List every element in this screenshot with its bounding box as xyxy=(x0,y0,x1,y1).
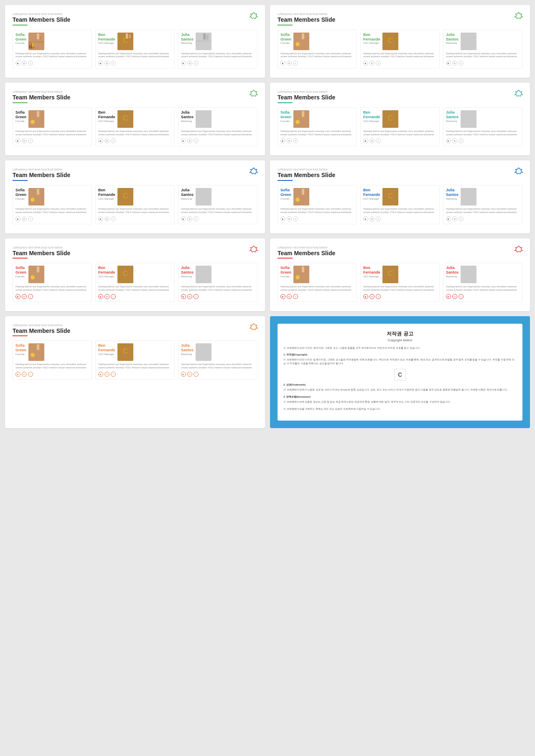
slide-underline-1 xyxy=(13,25,28,25)
slide-icon-8 xyxy=(514,245,523,254)
svg-point-37 xyxy=(31,198,35,202)
social-tw-2[interactable]: t xyxy=(111,61,116,66)
svg-rect-3 xyxy=(40,36,41,39)
social-tw-1[interactable]: t xyxy=(28,61,33,66)
svg-rect-18 xyxy=(302,33,304,39)
slide-icon-6 xyxy=(514,167,523,176)
svg-point-31 xyxy=(296,120,300,124)
svg-rect-46 xyxy=(461,188,476,205)
slide-card-3: Letterpress next level trust fund before… xyxy=(5,83,265,155)
copyright-inner: 저작권 공고 Copyright Notice 이 프레젠테이션의 디자인, 레… xyxy=(278,324,522,421)
svg-text:C: C xyxy=(122,347,128,355)
copyright-s3-text: 이 프레젠테이션에 포함된 정보는 교육 및 정보 제공 목적으로만 제공되며 … xyxy=(283,400,517,404)
copyright-body-1: 이 프레젠테이션의 디자인, 레이아웃, 그래픽 요소, 사용된 글꼴들 모두 … xyxy=(283,346,517,350)
copyright-logo: C xyxy=(394,369,406,381)
social-link-2[interactable]: in xyxy=(104,61,110,66)
svg-rect-48 xyxy=(37,266,39,272)
slide-title-2: Team Members Slide xyxy=(278,16,522,23)
social-play-2[interactable]: ▶ xyxy=(98,61,103,66)
slide-title-1: Team Members Slide xyxy=(13,16,257,23)
svg-rect-60 xyxy=(37,344,39,350)
social-tw-3[interactable]: t xyxy=(194,61,199,66)
main-grid: Letterpress next level trust fund before… xyxy=(0,0,535,433)
svg-text:C: C xyxy=(122,269,128,278)
slide-card-7: Letterpress next level trust fund before… xyxy=(5,238,265,311)
slide-card-6: Letterpress next level trust fund before… xyxy=(270,160,530,233)
svg-rect-58 xyxy=(461,266,476,283)
slide-icon-4 xyxy=(514,89,523,99)
svg-point-61 xyxy=(31,353,35,357)
slide-icon-2 xyxy=(514,12,523,21)
slide-header-2: Letterpress next level trust fund before… xyxy=(278,13,522,25)
social-play-1[interactable]: ▶ xyxy=(15,61,20,66)
slide-subtitle-2: Letterpress next level trust fund before xyxy=(278,13,522,15)
member-photo-2: C xyxy=(117,33,133,50)
svg-rect-1 xyxy=(37,33,39,39)
svg-rect-40 xyxy=(196,188,211,205)
svg-text:C: C xyxy=(387,114,393,122)
svg-rect-23 xyxy=(28,110,44,128)
svg-rect-34 xyxy=(461,110,476,128)
svg-text:C: C xyxy=(122,192,128,200)
member-bio-2: Hashtag fashion axe fingerstache everyda… xyxy=(98,52,172,58)
slide-underline-2 xyxy=(278,25,293,25)
copyright-footer: 이 프레젠테이션을 구매하신 후에는 개인 또는 상업적 프로젝트에 사용하실 … xyxy=(283,407,517,411)
slide-header-1: Letterpress next level trust fund before… xyxy=(13,13,257,25)
slide-icon-9 xyxy=(249,323,258,332)
svg-point-43 xyxy=(296,198,300,202)
slide-card-4: Letterpress next level trust fund before… xyxy=(270,83,530,155)
svg-rect-59 xyxy=(28,343,44,361)
svg-rect-8 xyxy=(31,43,32,48)
member-top-3: Julia Santos Marketing xyxy=(181,33,255,50)
slide-icon-3 xyxy=(249,89,258,99)
copyright-subtitle: Copyright Notice xyxy=(283,338,517,342)
member-role-1: Founder xyxy=(15,42,26,44)
member-name-3: Julia Santos xyxy=(181,33,194,42)
copyright-title: 저작권 공고 xyxy=(283,330,517,337)
svg-rect-17 xyxy=(293,33,309,50)
svg-rect-53 xyxy=(293,266,309,283)
slide-icon-7 xyxy=(249,245,258,254)
copyright-s3-title: 3. 면책조항(Disclaimer) xyxy=(283,395,517,399)
member-social-3: ▶ in t xyxy=(181,61,255,66)
copyright-logo-area: C xyxy=(283,369,517,381)
member-bio-1: Hashtag fashion axe fingerstache everyda… xyxy=(15,52,89,58)
svg-rect-30 xyxy=(302,111,304,117)
member-photo-3 xyxy=(196,33,211,50)
svg-text:C: C xyxy=(387,36,393,45)
slide-card-2: Letterpress next level trust fund before… xyxy=(270,5,530,78)
copyright-s1-title: 1. 저작권(Copyright) xyxy=(283,353,517,357)
member-bio-3: Hashtag fashion axe fingerstache everyda… xyxy=(181,52,255,58)
svg-point-49 xyxy=(31,275,35,279)
member-card-2-1: Sofia Green Founder Hashtag fashion axe … xyxy=(278,30,357,68)
copyright-s1-text: 이 프레젠테이션의 디자인 및 레이아웃, 그래픽 요소들은 저작권법에 의해 … xyxy=(283,358,517,365)
slide-subtitle-1: Letterpress next level trust fund before xyxy=(13,13,257,15)
svg-rect-28 xyxy=(196,110,211,128)
member-social-1: ▶ in t xyxy=(15,61,89,66)
svg-rect-64 xyxy=(196,343,211,361)
members-row-1: Sofia Green Founder xyxy=(13,30,257,68)
svg-text:C: C xyxy=(122,114,128,122)
svg-rect-22 xyxy=(461,33,476,50)
member-top-2: Ben Fernande CEO Manager C xyxy=(98,33,172,50)
svg-rect-15 xyxy=(206,35,209,40)
svg-rect-54 xyxy=(302,266,304,272)
svg-rect-12 xyxy=(129,34,131,38)
member-card-2: Ben Fernande CEO Manager C xyxy=(95,30,175,68)
member-card-3: Julia Santos Marketing Ha xyxy=(178,30,257,68)
member-top-1: Sofia Green Founder xyxy=(15,33,89,50)
members-row-2: Sofia Green Founder Hashtag fashion axe … xyxy=(278,30,522,68)
member-photo-1 xyxy=(28,33,44,50)
member-role-3: Marketing xyxy=(181,42,194,44)
svg-rect-47 xyxy=(28,266,44,283)
social-play-3[interactable]: ▶ xyxy=(181,61,186,66)
slide-card-9: Letterpress next level trust fund before… xyxy=(5,316,265,429)
copyright-card: 저작권 공고 Copyright Notice 이 프레젠테이션의 디자인, 레… xyxy=(270,316,530,429)
slide-card-1: Letterpress next level trust fund before… xyxy=(5,5,265,78)
member-social-2: ▶ in t xyxy=(98,61,172,66)
social-link-3[interactable]: in xyxy=(187,61,192,66)
svg-rect-29 xyxy=(293,110,309,128)
social-link-1[interactable]: in xyxy=(22,61,27,66)
member-name-2: Ben Fernande xyxy=(98,33,115,42)
svg-rect-52 xyxy=(196,266,211,283)
